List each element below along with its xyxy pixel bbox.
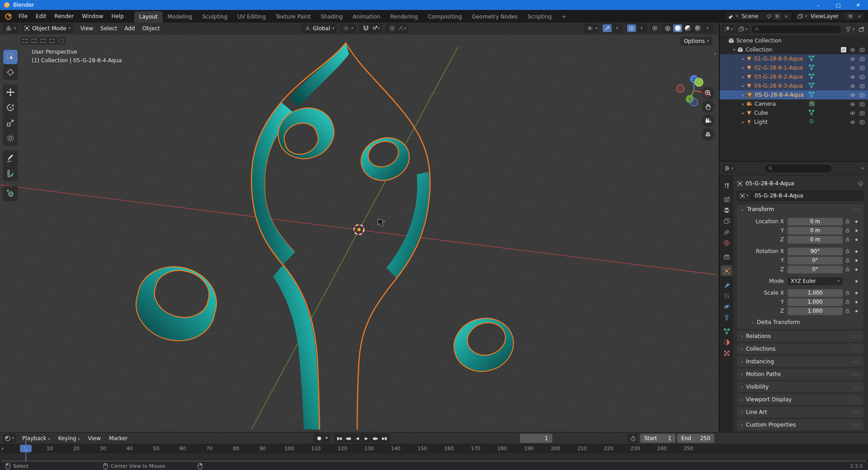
hide-in-viewport-toggle[interactable] [849,92,856,98]
lock-icon[interactable] [843,290,853,296]
select-mode-intersect[interactable] [57,37,66,45]
hide-in-viewport-toggle[interactable] [849,110,856,116]
select-mode-invert[interactable] [48,37,57,45]
disable-in-renders-toggle[interactable] [859,101,865,107]
viewport-menu-add[interactable]: Add [121,24,138,33]
lock-icon[interactable] [843,299,853,305]
viewport-menu-select[interactable]: Select [97,24,121,33]
outliner-search-field[interactable] [761,26,838,32]
outliner-row-03-g-28-8-2-aqua[interactable]: ▸03-G-28-8-2-Aqua [720,72,868,81]
workspace-tab-sculpting[interactable]: Sculpting [197,11,232,23]
lock-icon[interactable] [843,267,853,272]
panel-viewport-display[interactable]: ›Viewport Display∷∷ [737,394,863,405]
outliner-row-05-g-28-8-4-aqua[interactable]: ▸05-G-28-8-4-Aqua [720,90,868,99]
scene-name[interactable]: Scene [740,13,764,19]
close-button[interactable]: ✕ [848,0,868,10]
menu-edit[interactable]: Edit [32,12,50,21]
tool-annotate-button[interactable] [3,151,18,165]
tool-select-box-button[interactable] [3,50,18,64]
panel-relations[interactable]: ›Relations∷∷ [737,331,863,342]
properties-tab-collection[interactable] [721,251,732,262]
outliner-row-light[interactable]: ▸Light [720,118,868,127]
overlays-dropdown[interactable]: ▾ [637,24,646,32]
gizmo-axis-y-positive[interactable] [695,78,703,86]
sidebar-collapse-arrow[interactable]: ‹ [714,51,716,56]
gizmo-axis-x-negative[interactable] [677,85,684,93]
object-name-field[interactable]: 05-G-28-8-4-Aqua [751,191,863,201]
lock-icon[interactable] [843,228,853,233]
menu-render[interactable]: Render [50,12,78,21]
tool-measure-button[interactable] [3,166,18,181]
jump-to-end-button[interactable]: ▶▮ [380,434,389,442]
menu-window[interactable]: Window [78,12,107,21]
animate-property-button[interactable] [853,292,860,294]
lock-icon[interactable] [843,258,853,263]
disable-in-renders-toggle[interactable] [859,47,865,53]
remove-viewlayer-button[interactable]: ✕ [856,13,863,20]
lock-icon[interactable] [843,237,853,242]
select-mode-new[interactable] [21,37,29,45]
animate-property-button[interactable] [853,250,860,253]
lock-icon[interactable] [843,249,853,254]
outliner-search-input[interactable] [751,25,842,34]
workspace-tab-modeling[interactable]: Modeling [163,11,198,23]
workspace-tab-shading[interactable]: Shading [316,11,348,23]
timeline-menu-keying[interactable]: Keying ▾ [54,434,83,442]
end-frame-field[interactable]: End250 [677,434,714,443]
shading-dropdown[interactable]: ▾ [703,24,712,32]
pan-view-button[interactable] [702,100,714,113]
panel-grip-handle[interactable]: ∷∷ [853,410,859,415]
shading-solid-button[interactable] [673,24,682,32]
maximize-button[interactable]: ▢ [828,0,848,10]
animate-property-button[interactable] [853,221,860,223]
menu-file[interactable]: File [14,12,32,21]
outliner-filter-id-dropdown[interactable]: ▾ [736,24,749,34]
lock-icon[interactable] [843,308,853,314]
disable-in-renders-toggle[interactable] [859,110,865,116]
properties-tab-object[interactable] [721,265,732,276]
disable-in-renders-toggle[interactable] [859,65,865,71]
outliner-row-02-g-28-8-1-aqua[interactable]: ▸02-G-28-8-1-Aqua [720,63,868,72]
workspace-tab-layout[interactable]: Layout [134,11,163,23]
animate-property-button[interactable] [853,239,860,241]
3d-viewport[interactable]: Z X Y ▾ Object Mode [0,23,719,432]
new-viewlayer-button[interactable]: ⧉ [847,13,854,20]
blender-app-menu-icon[interactable] [4,12,13,20]
add-workspace-button[interactable]: + [557,11,571,23]
previous-keyframe-button[interactable]: ◀◆ [344,434,353,442]
properties-tab-texture[interactable] [721,348,732,358]
play-reverse-button[interactable]: ◀ [353,434,362,442]
collection-checkbox[interactable]: ✓ [841,47,846,52]
workspace-tab-compositing[interactable]: Compositing [423,11,467,23]
outliner-row-cube[interactable]: ▸Cube [720,108,868,118]
value-field-z[interactable]: 0° [788,266,843,273]
gizmo-axis-z-negative[interactable] [690,99,698,106]
panel-custom-properties[interactable]: ›Custom Properties∷∷ [737,419,863,430]
panel-grip-handle[interactable]: ∷∷ [853,423,859,428]
disclosure-closed-icon[interactable]: ▸ [741,75,746,79]
rotation-mode-dropdown[interactable]: XYZ Euler▾ [788,277,843,285]
panel-grip-handle[interactable]: ∷∷ [853,359,859,364]
minimize-button[interactable]: – [808,0,828,10]
properties-tab-physics[interactable] [721,301,732,312]
delta-transform-subpanel[interactable]: › Delta Transform [737,317,863,327]
timeline-menu-marker[interactable]: Marker [105,434,131,442]
viewlayer-name[interactable]: ViewLayer [809,13,845,19]
show-overlays-toggle[interactable] [627,24,636,32]
object-id-dropdown[interactable]: ▾ [737,191,751,201]
panel-collections[interactable]: ›Collections∷∷ [737,343,863,354]
properties-tab-render[interactable] [721,194,732,205]
mode-dropdown[interactable]: Object Mode ▾ [21,24,73,33]
outliner-filter-dropdown[interactable]: ▾ [844,24,856,34]
outliner-row-scene-collection[interactable]: Scene Collection [720,36,868,45]
animate-property-button[interactable] [853,301,860,303]
lock-icon[interactable] [843,219,853,224]
disclosure-closed-icon[interactable]: ▸ [741,56,746,61]
panel-grip-handle[interactable]: ∷∷ [853,347,859,352]
viewlayer-selector[interactable]: ▾ ViewLayer ⧉ ✕ [795,12,865,21]
xray-toggle[interactable] [650,24,659,33]
properties-tab-scene[interactable] [721,226,732,237]
proportional-editing-toggle[interactable] [387,24,396,32]
play-button[interactable]: ▶ [362,434,371,442]
properties-tab-modifiers[interactable] [721,279,732,290]
